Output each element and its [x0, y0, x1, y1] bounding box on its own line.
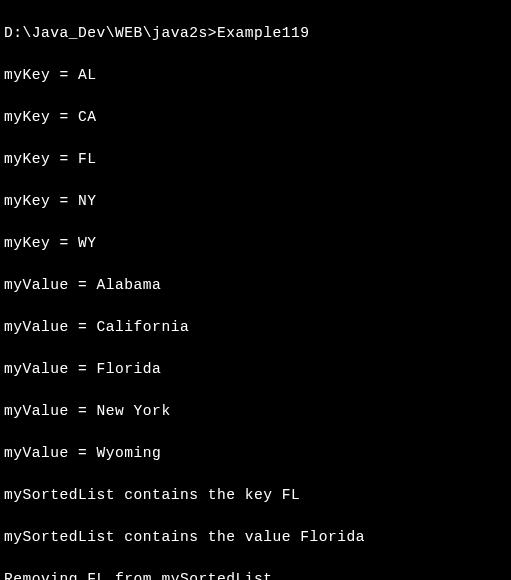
output-line: myValue = Florida [4, 359, 507, 380]
output-line: myKey = FL [4, 149, 507, 170]
output-line: myValue = New York [4, 401, 507, 422]
output-line: myValue = Alabama [4, 275, 507, 296]
output-line: myKey = AL [4, 65, 507, 86]
prompt-command: Example119 [217, 25, 310, 41]
output-line: myKey = NY [4, 191, 507, 212]
terminal-output: D:\Java_Dev\WEB\java2s>Example119 myKey … [0, 0, 511, 580]
prompt-path: D:\Java_Dev\WEB\java2s> [4, 25, 217, 41]
output-line: myKey = CA [4, 107, 507, 128]
output-line: myKey = WY [4, 233, 507, 254]
output-line: myValue = Wyoming [4, 443, 507, 464]
prompt-line: D:\Java_Dev\WEB\java2s>Example119 [4, 23, 507, 44]
output-line: mySortedList contains the value Florida [4, 527, 507, 548]
output-line: myValue = California [4, 317, 507, 338]
output-line: Removing FL from mySortedList [4, 569, 507, 580]
output-line: mySortedList contains the key FL [4, 485, 507, 506]
